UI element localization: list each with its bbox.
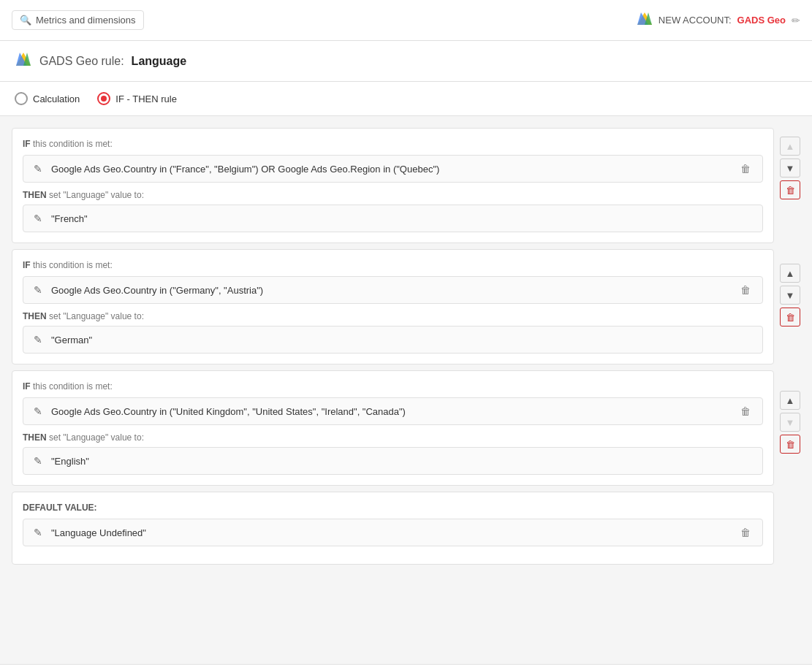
page-logo-icon: [15, 51, 32, 71]
new-account-label: NEW ACCOUNT:: [659, 15, 732, 26]
rule-type-bar: Calculation IF - THEN rule: [0, 82, 812, 116]
side-controls: ▲ ▼ 🗑 ▲ ▼ 🗑 ▲ ▼ 🗑: [780, 128, 800, 652]
delete-condition-1-button[interactable]: 🗑: [736, 161, 755, 176]
move-up-3-button[interactable]: ▲: [780, 391, 800, 410]
edit-condition-3-button[interactable]: ✎: [31, 404, 45, 419]
move-up-1-button[interactable]: ▲: [780, 137, 800, 156]
edit-account-icon[interactable]: ✏: [792, 15, 800, 26]
edit-default-button[interactable]: ✎: [31, 525, 45, 540]
then-label-2: THEN set "Language" value to:: [23, 311, 763, 321]
spacer-1: [780, 202, 800, 261]
search-icon: 🔍: [20, 15, 31, 26]
move-down-3-button[interactable]: ▼: [780, 413, 800, 432]
condition-row-2: ✎ Google Ads Geo.Country in ("Germany", …: [23, 276, 763, 304]
condition-row-3: ✎ Google Ads Geo.Country in ("United Kin…: [23, 397, 763, 425]
default-label: DEFAULT VALUE:: [23, 503, 763, 513]
value-text-2: "German": [51, 335, 755, 345]
radio-label-if-then: IF - THEN rule: [115, 93, 177, 104]
radio-outer-calculation: [15, 92, 28, 105]
value-text-3: "English": [51, 456, 755, 467]
value-row-2: ✎ "German": [23, 326, 763, 354]
rule-prefix: GADS Geo rule:: [39, 55, 124, 68]
delete-condition-2-button[interactable]: 🗑: [736, 283, 755, 297]
radio-calculation[interactable]: Calculation: [15, 92, 80, 105]
delete-block-3-button[interactable]: 🗑: [780, 435, 800, 454]
if-label-3: IF this condition is met:: [23, 381, 763, 392]
main-content: IF this condition is met: ✎ Google Ads G…: [0, 116, 812, 664]
value-text-1: "French": [51, 213, 755, 224]
condition-block-3: IF this condition is met: ✎ Google Ads G…: [12, 370, 774, 486]
condition-text-2: Google Ads Geo.Country in ("Germany", "A…: [51, 285, 730, 296]
top-bar-left: 🔍 Metrics and dimensions: [12, 10, 144, 30]
radio-label-calculation: Calculation: [33, 93, 80, 104]
spacer-2: [780, 329, 800, 388]
value-row-3: ✎ "English": [23, 447, 763, 475]
edit-value-2-button[interactable]: ✎: [31, 332, 45, 347]
search-label: Metrics and dimensions: [36, 15, 136, 26]
delete-block-1-button[interactable]: 🗑: [780, 180, 800, 199]
move-down-1-button[interactable]: ▼: [780, 159, 800, 177]
condition-text-3: Google Ads Geo.Country in ("United Kingd…: [51, 406, 730, 417]
move-up-2-button[interactable]: ▲: [780, 264, 800, 283]
delete-condition-3-button[interactable]: 🗑: [736, 404, 755, 419]
edit-condition-2-button[interactable]: ✎: [31, 283, 45, 297]
edit-value-1-button[interactable]: ✎: [31, 211, 45, 226]
move-down-2-button[interactable]: ▼: [780, 286, 800, 305]
side-group-2: ▲ ▼ 🗑: [780, 264, 800, 327]
delete-block-2-button[interactable]: 🗑: [780, 308, 800, 327]
then-label-3: THEN set "Language" value to:: [23, 432, 763, 443]
bottom-toolbar: ADD CONDITION ▼ APPLY CANCEL: [0, 664, 812, 672]
condition-text-1: Google Ads Geo.Country in ("France", "Be…: [51, 164, 730, 175]
default-value-row: ✎ "Language Undefined" 🗑: [23, 519, 763, 546]
default-value-text: "Language Undefined": [51, 527, 730, 538]
account-name: GADS Geo: [737, 15, 786, 26]
radio-inner-if-then: [101, 96, 107, 102]
rule-name: Language: [132, 55, 187, 68]
edit-value-3-button[interactable]: ✎: [31, 454, 45, 468]
default-block: DEFAULT VALUE: ✎ "Language Undefined" 🗑: [12, 492, 774, 565]
search-button[interactable]: 🔍 Metrics and dimensions: [12, 10, 144, 30]
then-label-1: THEN set "Language" value to:: [23, 190, 763, 200]
if-label-1: IF this condition is met:: [23, 139, 763, 149]
account-logo-icon: [637, 11, 653, 29]
radio-outer-if-then: [97, 92, 110, 105]
page-header: GADS Geo rule: Language: [0, 41, 812, 82]
radio-if-then[interactable]: IF - THEN rule: [97, 92, 177, 105]
condition-block-1: IF this condition is met: ✎ Google Ads G…: [12, 128, 774, 243]
delete-default-button[interactable]: 🗑: [736, 525, 755, 540]
side-group-3: ▲ ▼ 🗑: [780, 391, 800, 454]
value-row-1: ✎ "French": [23, 205, 763, 232]
conditions-area: IF this condition is met: ✎ Google Ads G…: [12, 128, 774, 652]
edit-condition-1-button[interactable]: ✎: [31, 161, 45, 176]
top-bar-right: NEW ACCOUNT: GADS Geo ✏: [637, 11, 800, 29]
top-bar: 🔍 Metrics and dimensions NEW ACCOUNT: GA…: [0, 0, 812, 41]
condition-block-2: IF this condition is met: ✎ Google Ads G…: [12, 249, 774, 364]
side-group-1: ▲ ▼ 🗑: [780, 137, 800, 199]
condition-row-1: ✎ Google Ads Geo.Country in ("France", "…: [23, 155, 763, 183]
if-label-2: IF this condition is met:: [23, 260, 763, 270]
